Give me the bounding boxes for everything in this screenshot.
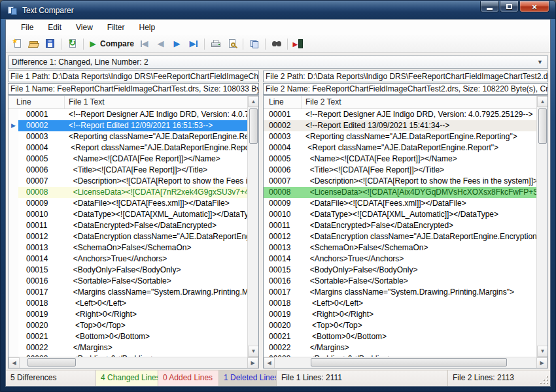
line-number: 00019 [18, 309, 65, 320]
scroll-left-icon[interactable]: ◀ [264, 357, 275, 368]
scroll-down-icon[interactable]: ▼ [537, 346, 547, 357]
diff-grid-row[interactable]: 00008 <LicenseData><![CDATA[7nR2xek4G9gx… [9, 187, 247, 198]
menu-view[interactable]: View [69, 20, 100, 35]
last-difference-button[interactable]: ▶ [185, 37, 201, 52]
maximize-button[interactable] [500, 1, 519, 12]
diff-grid-row[interactable]: 00010 <DataType><![CDATA[XML_Automatic]]… [264, 209, 536, 220]
scroll-right-icon[interactable]: ▶ [536, 357, 547, 368]
line-text: <!--Report Edited 12/09/2021 16:51:53--> [65, 120, 247, 131]
diff-grid-row[interactable]: 00005 <Name><![CDATA[Fee Report]]></Name… [264, 154, 536, 165]
diff-grid-row[interactable]: 00016 <Sortable>False</Sortable> [9, 276, 247, 287]
compare-button[interactable]: ▶ Compare [86, 37, 136, 52]
diff-grid-row[interactable]: 00006 <Title><![CDATA[Fee Report]]></Tit… [264, 165, 536, 176]
diff-grid-row[interactable]: 00008 <LicenseData><![CDATA[Aix4DYGqDMVs… [264, 187, 536, 198]
diff-grid-row[interactable]: 00004 <Report className="AJE.DataReportE… [9, 142, 247, 154]
scroll-up-icon[interactable]: ▲ [537, 96, 547, 107]
line-text: <LicenseData><![CDATA[7nR2xek4G9gxSU3v7+… [65, 187, 247, 198]
diff-grid-row[interactable]: 00022 </Margins> [264, 342, 536, 353]
line-text: <Description><![CDATA[Report to show the… [65, 176, 247, 187]
open-button[interactable] [26, 37, 42, 52]
diff-grid-row[interactable]: 00011 <DataEncrypted>False</DataEncrypte… [264, 220, 536, 231]
file2-vertical-scrollbar[interactable]: ▲ ▼ [536, 96, 547, 357]
diff-grid-row[interactable]: 00018 <Left>0</Left> [264, 298, 536, 309]
next-difference-button[interactable]: ▶ [169, 37, 185, 52]
find-button[interactable] [268, 37, 285, 52]
line-number: 00018 [264, 298, 302, 309]
menu-help[interactable]: Help [132, 20, 163, 35]
menu-filter[interactable]: Filter [100, 20, 132, 35]
diff-grid-row[interactable]: 00003<Reporting className="AJE.DataRepor… [9, 131, 247, 142]
diff-grid-row[interactable]: 00012 <DataEncryption className="AJE.Dat… [9, 231, 247, 242]
row-gutter [9, 342, 18, 353]
diff-grid-row[interactable]: 00022 </Margins> [9, 342, 247, 353]
line-number: 00001 [264, 109, 302, 120]
diff-grid-row[interactable]: 00021 <Bottom>0</Bottom> [264, 331, 536, 342]
new-file-button[interactable] [9, 37, 26, 52]
compare-play-icon: ▶ [88, 39, 97, 49]
diff-grid-row[interactable]: 00020 <Top>0</Top> [264, 320, 536, 331]
file2-horizontal-scrollbar[interactable]: ◀ ▶ [264, 357, 547, 368]
print-button[interactable] [207, 37, 224, 52]
diff-grid-row[interactable]: 00001<!--Report Designer AJE Indigo DRD,… [9, 109, 247, 120]
line-number: 00010 [264, 209, 302, 220]
diff-grid-row[interactable]: 00015 <BodyOnly>False</BodyOnly> [9, 265, 247, 276]
diff-grid-row[interactable]: 00010 <DataType><![CDATA[XML_Automatic]]… [9, 209, 247, 220]
row-gutter [9, 276, 18, 287]
diff-grid-row[interactable]: 00015 <BodyOnly>False</BodyOnly> [264, 265, 536, 276]
diff-grid-row[interactable]: 00013 <SchemaOn>False</SchemaOn> [264, 242, 536, 253]
file2-grid: Line File 2 Text 00001<!--Report Designe… [263, 95, 548, 368]
diff-grid-row[interactable]: 00007 <Description><![CDATA[Report to sh… [264, 176, 536, 187]
scrollbar-thumb[interactable] [311, 358, 507, 367]
refresh-button[interactable]: ↻ [64, 37, 80, 52]
diff-grid-row[interactable]: 00016 <Sortable>False</Sortable> [264, 276, 536, 287]
scrollbar-thumb[interactable] [538, 108, 547, 144]
menu-edit[interactable]: Edit [41, 20, 69, 35]
first-difference-button[interactable]: ◀ [136, 37, 152, 52]
diff-grid-row[interactable]: 00014 <Anchors>True</Anchors> [264, 253, 536, 265]
save-button[interactable] [42, 37, 58, 52]
row-gutter [9, 287, 18, 298]
diff-grid-row[interactable]: 00013 <SchemaOn>False</SchemaOn> [9, 242, 247, 253]
difference-selector[interactable]: Difference 1: Changed, Line Number: 2 ▼ [8, 56, 548, 69]
copy-button[interactable] [246, 37, 262, 52]
line-number: 00022 [264, 342, 302, 353]
diff-grid-row[interactable]: 00003<Reporting className="AJE.DataRepor… [264, 131, 536, 142]
minimize-button[interactable] [480, 1, 499, 12]
diff-grid-row[interactable]: 00007 <Description><![CDATA[Report to sh… [9, 176, 247, 187]
scroll-right-icon[interactable]: ▶ [247, 357, 258, 368]
print-preview-button[interactable] [224, 37, 240, 52]
scroll-down-icon[interactable]: ▼ [248, 346, 258, 357]
diff-grid-row[interactable]: 00004 <Report className="AJE.DataReportE… [264, 142, 536, 154]
diff-grid-row[interactable]: 00019 <Right>0</Right> [9, 309, 247, 320]
exit-button[interactable]: ▶ [290, 37, 307, 52]
diff-grid-row[interactable]: 00021 <Bottom>0</Bottom> [9, 331, 247, 342]
diff-grid-row[interactable]: 00014 <Anchors>True</Anchors> [9, 253, 247, 265]
changed-lines-badge: 4 Changed Lines [96, 370, 158, 386]
diff-grid-row[interactable]: 00019 <Right>0</Right> [264, 309, 536, 320]
diff-grid-row[interactable]: 00011 <DataEncrypted>False</DataEncrypte… [9, 220, 247, 231]
diff-grid-row[interactable]: 00009 <DataFile><![CDATA[Fees.xml]]></Da… [9, 198, 247, 209]
file2-name: File 2 Name: FeeReportChartFieldImageCha… [263, 83, 548, 95]
diff-grid-row[interactable]: 00001<!--Report Designer AJE Indigo DRD,… [264, 109, 536, 120]
file1-horizontal-scrollbar[interactable]: ◀ ▶ [9, 357, 258, 368]
menu-file[interactable]: File [14, 20, 41, 35]
diff-grid-row[interactable]: 00012 <DataEncryption className="AJE.Dat… [264, 231, 536, 242]
diff-grid-row[interactable]: 00020 <Top>0</Top> [9, 320, 247, 331]
scroll-up-icon[interactable]: ▲ [248, 96, 258, 107]
diff-grid-row[interactable]: 00018 <Left>0</Left> [9, 298, 247, 309]
scrollbar-thumb[interactable] [27, 358, 76, 367]
diff-grid-row[interactable]: 00005 <Name><![CDATA[Fee Report]]></Name… [9, 154, 247, 165]
scrollbar-thumb[interactable] [249, 108, 258, 144]
close-button[interactable]: × [519, 1, 549, 12]
diff-grid-row[interactable]: 00009 <DataFile><![CDATA[Fees.xml]]></Da… [264, 198, 536, 209]
diff-grid-row[interactable]: 00002<!--Report Edited 13/09/2021 15:41:… [264, 120, 536, 131]
diff-grid-row[interactable]: 00006 <Title><![CDATA[Fee Report]]></Tit… [9, 165, 247, 176]
scroll-left-icon[interactable]: ◀ [9, 357, 20, 368]
save-icon [45, 39, 56, 49]
diff-grid-row[interactable]: ▶00002<!--Report Edited 12/09/2021 16:51… [9, 120, 247, 131]
file1-vertical-scrollbar[interactable]: ▲ ▼ [247, 96, 258, 357]
resize-grip[interactable] [541, 370, 550, 386]
diff-grid-row[interactable]: 00017 <Margins className="System.Drawing… [9, 287, 247, 298]
previous-difference-button[interactable]: ◀ [152, 37, 169, 52]
diff-grid-row[interactable]: 00017 <Margins className="System.Drawing… [264, 287, 536, 298]
